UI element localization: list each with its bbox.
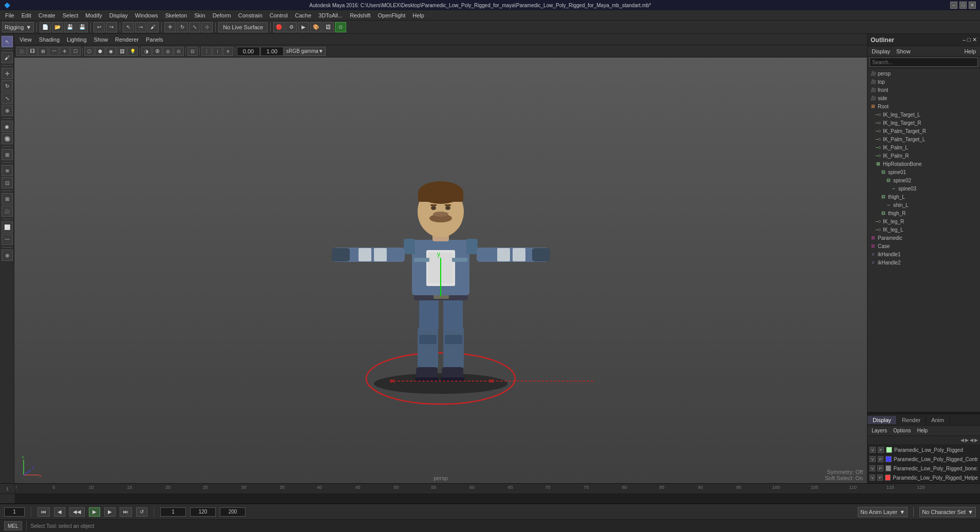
vt-bones-btn[interactable]: ⁝: [212, 47, 222, 56]
sculpt-btn[interactable]: 🔘: [2, 133, 13, 144]
tree-item-ik-palm-tr[interactable]: –○ IK_Palm_Target_R: [868, 127, 980, 135]
quad-draw-btn[interactable]: ⬜: [2, 221, 13, 233]
select-tool-btn[interactable]: ↖: [2, 36, 13, 47]
menu-cache[interactable]: Cache: [292, 11, 314, 20]
layers-menu[interactable]: Layers: [870, 427, 889, 434]
tree-item-ik-leg-l2[interactable]: –○ IK_leg_L: [868, 225, 980, 234]
vt-curve-btn[interactable]: 〰: [49, 47, 59, 56]
layer-v-0[interactable]: V: [870, 447, 876, 453]
menu-windows[interactable]: Windows: [132, 11, 161, 20]
rotate-tool-btn[interactable]: ↻: [2, 80, 13, 91]
outliner-search-input[interactable]: [870, 58, 978, 67]
vp-menu-lighting[interactable]: Lighting: [64, 35, 90, 44]
tree-item-ik-palm-r[interactable]: –○ IK_Palm_R: [868, 151, 980, 160]
mode-dropdown[interactable]: Rigging ▼: [2, 22, 34, 32]
menu-3dtoall[interactable]: 3DToAll...: [315, 11, 346, 20]
layer-row-1[interactable]: V P Paramedic_Low_Poly_Rigged_Contr: [868, 454, 980, 464]
scale-btn[interactable]: ⤡: [189, 22, 200, 32]
vt-shadow-btn[interactable]: ◑: [141, 47, 152, 56]
outliner-display-menu[interactable]: Display: [870, 48, 892, 55]
universal-manip-btn[interactable]: ⊕: [2, 105, 13, 116]
render-btn[interactable]: 🔴: [273, 22, 285, 32]
outliner-help-menu[interactable]: Help: [962, 48, 978, 55]
step-fwd-btn[interactable]: ▶: [104, 507, 116, 517]
vt-shade-btn[interactable]: ⬢: [95, 47, 105, 56]
grid-btn[interactable]: ⊞: [2, 193, 13, 204]
menu-skeleton[interactable]: Skeleton: [162, 11, 190, 20]
step-back-btn[interactable]: ◀: [54, 507, 65, 517]
close-button[interactable]: ✕: [969, 2, 976, 9]
tree-item-thigh-r[interactable]: ⊟ thigh_R: [868, 209, 980, 217]
vt-grid-btn[interactable]: ⊞: [38, 47, 48, 56]
paint-sel-btn[interactable]: 🖌: [147, 22, 159, 32]
tree-item-ik-leg-r2[interactable]: –○ IK_leg_R: [868, 217, 980, 225]
anim-layer-dropdown[interactable]: No Anim Layer ▼: [858, 507, 908, 517]
layer-scroll-down[interactable]: ▶: [965, 438, 969, 443]
tree-item-case[interactable]: ⊞ Case: [868, 242, 980, 250]
menu-constrain[interactable]: Constrain: [235, 11, 266, 20]
move-tool-btn[interactable]: ✛: [2, 68, 13, 79]
menu-redshift[interactable]: Redshift: [347, 11, 373, 20]
play-fwd-btn[interactable]: ▶: [89, 507, 100, 517]
tree-item-front[interactable]: 🎥 front: [868, 86, 980, 94]
vt-shade-wire-btn[interactable]: ◉: [106, 47, 116, 56]
no-live-surface-btn[interactable]: No Live Surface: [218, 22, 268, 32]
vp-menu-show[interactable]: Show: [91, 35, 111, 44]
snap-curve-btn[interactable]: ≋: [2, 165, 13, 176]
menu-create[interactable]: Create: [35, 11, 59, 20]
restore-button[interactable]: □: [959, 2, 967, 9]
layer-scroll-up[interactable]: ◀: [960, 438, 964, 443]
play-back-btn[interactable]: ◀◀: [69, 507, 85, 517]
save-scene-btn[interactable]: 💾: [77, 22, 88, 32]
vt-aa-btn[interactable]: ⊙: [174, 47, 184, 56]
tree-item-ikhandle1[interactable]: ○ ikHandle1: [868, 250, 980, 258]
layer-row-2[interactable]: V P Paramedic_Low_Poly_Rigged_bone:: [868, 464, 980, 473]
timeline-keyframe-track[interactable]: [0, 494, 980, 504]
mel-btn[interactable]: MEL: [4, 521, 22, 530]
timeline-ruler[interactable]: 1 0 5 10 15 20 25 30 35 40 45 50 55 60: [0, 484, 980, 494]
menu-help[interactable]: Help: [409, 11, 427, 20]
layer-scroll-more2[interactable]: ▶: [974, 438, 978, 443]
menu-select[interactable]: Select: [60, 11, 82, 20]
viewport-canvas[interactable]: y ✕ ✕ persp Symmetry: Off S: [14, 58, 867, 483]
vp-menu-view[interactable]: View: [16, 35, 35, 44]
layers-help-menu[interactable]: Help: [915, 427, 930, 434]
layer-v-2[interactable]: V: [870, 465, 875, 471]
vt-all-lights-btn[interactable]: 💡: [127, 47, 138, 56]
tree-item-spine03[interactable]: – spine03: [868, 184, 980, 193]
tree-item-ik-palm-tl[interactable]: –○ IK_Palm_Target_L: [868, 135, 980, 143]
current-frame-input[interactable]: [4, 507, 25, 517]
relax-btn[interactable]: 〰: [2, 234, 13, 245]
tree-item-ik-palm-l[interactable]: –○ IK_Palm_L: [868, 143, 980, 151]
outliner-show-menu[interactable]: Show: [894, 48, 913, 55]
render-view-btn[interactable]: 🖼: [323, 22, 334, 32]
vt-ao-btn[interactable]: ⦿: [152, 47, 162, 56]
vt-sel-high-btn[interactable]: ☐: [70, 47, 81, 56]
redo-btn[interactable]: ↪: [106, 22, 117, 32]
tree-item-side[interactable]: 🎥 side: [868, 94, 980, 102]
tab-anim[interactable]: Anim: [926, 416, 950, 424]
vt-dof-btn[interactable]: ◎: [163, 47, 173, 56]
vp-menu-panels[interactable]: Panels: [143, 35, 166, 44]
snap-surface-btn[interactable]: ⊡: [2, 177, 13, 188]
tree-item-root[interactable]: ⊞ Root: [868, 102, 980, 110]
vt-value2[interactable]: [260, 47, 284, 56]
options-menu[interactable]: Options: [891, 427, 913, 434]
show-manip-btn[interactable]: ⊞: [2, 149, 13, 160]
layer-p-1[interactable]: P: [878, 456, 884, 462]
paint-tool-btn[interactable]: 🖌: [2, 52, 13, 63]
last-tool-btn[interactable]: ⊹: [201, 22, 213, 32]
vt-isosel-btn[interactable]: ⊡: [187, 47, 198, 56]
scale-tool-btn[interactable]: ⤡: [2, 92, 13, 104]
tree-item-persp[interactable]: 🎥 persp: [868, 69, 980, 78]
menu-openflight[interactable]: OpenFlight: [374, 11, 408, 20]
go-end-btn[interactable]: ⏭: [120, 507, 132, 517]
save-file-btn[interactable]: 💾: [64, 22, 76, 32]
vp-menu-shading[interactable]: Shading: [36, 35, 63, 44]
undo-btn[interactable]: ↩: [93, 22, 105, 32]
camera-btn[interactable]: 🎥: [2, 205, 13, 217]
menu-deform[interactable]: Deform: [210, 11, 234, 20]
layer-p-2[interactable]: P: [877, 465, 883, 471]
vt-value1[interactable]: [237, 47, 260, 56]
ipr-btn[interactable]: ▶: [298, 22, 309, 32]
